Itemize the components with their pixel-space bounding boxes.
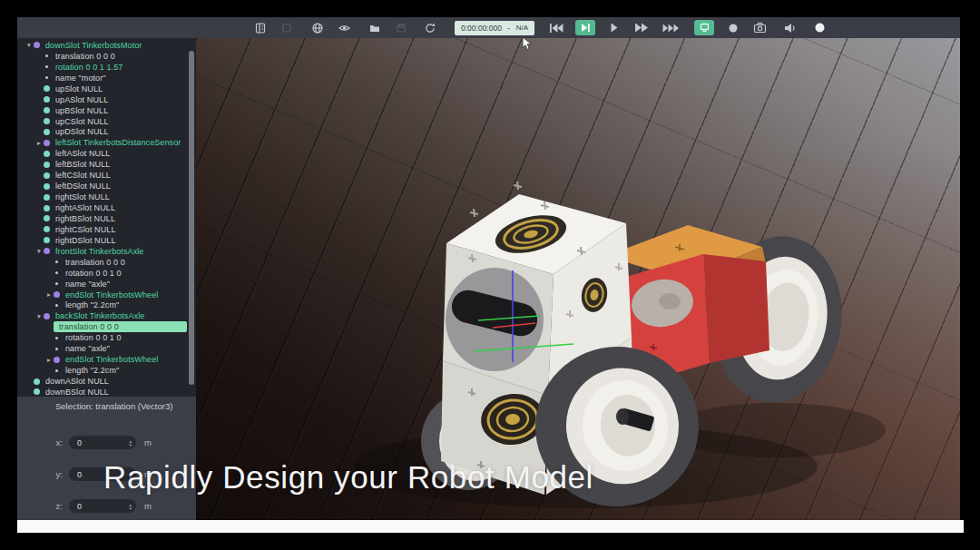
tree-scrollbar[interactable]	[189, 51, 194, 385]
tree-item-label: rightBSlot NULL	[55, 214, 115, 223]
panel-toggle-icon[interactable]	[253, 21, 268, 35]
rendering-toggle-button[interactable]	[694, 20, 714, 35]
tree-item[interactable]: rightDSlot NULL	[17, 235, 196, 246]
tree-item[interactable]: downASlot NULL	[17, 376, 196, 387]
node-teal-dot-icon	[44, 151, 55, 157]
node-teal-dot-icon	[44, 194, 55, 201]
reload-icon[interactable]	[423, 21, 437, 35]
coordinate-label: y:	[17, 469, 63, 479]
tree-item-label: length "2.2cm"	[65, 366, 119, 375]
tree-item[interactable]: rightASlot NULL	[17, 202, 196, 213]
tree-item[interactable]: name "motor"	[17, 73, 196, 83]
tree-item[interactable]: translation 0 0 0	[17, 257, 196, 268]
video-caption: Rapidly Design your Robot Model	[103, 459, 593, 496]
chevron-down-icon[interactable]: ▾	[34, 312, 44, 320]
node-disabled-icon[interactable]	[279, 21, 294, 35]
tree-item-label: translation 0 0 0	[54, 321, 187, 332]
node-teal-dot-icon	[44, 226, 55, 232]
node-purple-dot-icon	[44, 140, 55, 146]
3d-viewport[interactable]	[196, 38, 960, 520]
robot-model	[196, 38, 960, 520]
tree-item[interactable]: leftDSlot NULL	[17, 181, 196, 192]
node-bullet-dot-icon	[54, 260, 65, 263]
status-dot-icon	[812, 21, 827, 35]
run-icon[interactable]	[633, 21, 650, 35]
node-bullet-dot-icon	[54, 369, 65, 372]
tree-item[interactable]: leftBSlot NULL	[17, 159, 196, 170]
tree-item[interactable]: ▾frontSlot TinkerbotsAxle	[17, 246, 196, 257]
node-purple-dot-icon	[54, 357, 65, 363]
tree-item[interactable]: upDSlot NULL	[17, 127, 196, 138]
coordinate-input[interactable]: 0▴▾	[69, 499, 136, 513]
coordinate-value: 0	[77, 438, 129, 447]
tree-item[interactable]: rightSlot NULL	[17, 192, 196, 202]
step-button[interactable]	[575, 20, 595, 35]
chevron-down-icon[interactable]: ▾	[34, 247, 44, 255]
node-bullet-dot-icon	[54, 282, 65, 285]
camera-icon[interactable]	[752, 21, 767, 35]
tree-item-label: rightDSlot NULL	[55, 236, 116, 245]
tree-item[interactable]: ▾downSlot TinkerbotsMotor	[17, 40, 196, 51]
spinner-arrows-icon[interactable]: ▴▾	[129, 503, 132, 510]
tree-item[interactable]: leftASlot NULL	[17, 148, 196, 159]
tree-item[interactable]: rightBSlot NULL	[17, 213, 196, 224]
tree-item-label: rightASlot NULL	[55, 203, 115, 212]
tree-item[interactable]: name "axle"	[17, 279, 196, 290]
tree-item-label: name "axle"	[65, 344, 110, 353]
tree-item-label: leftCSlot NULL	[55, 171, 111, 180]
node-teal-dot-icon	[44, 107, 55, 113]
folder-icon[interactable]	[368, 21, 382, 35]
tree-item[interactable]: translation 0 0 0	[17, 51, 196, 62]
node-purple-dot-icon	[54, 291, 65, 298]
video-frame: 0:00:00:000 - N/A	[0, 0, 980, 550]
tree-item[interactable]: length "2.2cm"	[17, 300, 196, 311]
chevron-right-icon[interactable]: ▸	[34, 139, 44, 147]
tree-item[interactable]: downBSlot NULL	[17, 387, 196, 397]
play-icon[interactable]	[607, 21, 622, 35]
tree-item[interactable]: upASlot NULL	[17, 94, 196, 105]
speed-value: N/A	[516, 24, 528, 32]
tree-item[interactable]: rotation 0 0 1 1.57	[17, 62, 196, 73]
tree-item[interactable]: translation 0 0 0	[17, 321, 196, 332]
eye-icon[interactable]	[337, 21, 351, 35]
tree-item[interactable]: upBSlot NULL	[17, 105, 196, 116]
tree-item[interactable]: rightCSlot NULL	[17, 224, 196, 235]
chevron-right-icon[interactable]: ▸	[44, 356, 54, 364]
chevron-right-icon[interactable]: ▸	[44, 290, 54, 299]
tree-item-label: upASlot NULL	[55, 95, 108, 104]
tree-item[interactable]: length "2.2cm"	[17, 365, 196, 376]
tree-item-label: downASlot NULL	[45, 377, 109, 386]
tree-item[interactable]: rotation 0 0 1 0	[17, 332, 196, 343]
tree-item[interactable]: name "axle"	[17, 343, 196, 354]
coordinate-label: x:	[17, 437, 63, 447]
selection-header: Selection: translation (Vector3)	[55, 401, 172, 411]
unit-label: m	[144, 437, 152, 447]
record-icon[interactable]	[726, 21, 740, 35]
rewind-icon[interactable]	[549, 21, 564, 35]
tree-item[interactable]: rotation 0 0 1 0	[17, 268, 196, 279]
tree-item-label: backSlot TinkerbotsAxle	[55, 311, 144, 320]
node-bullet-dot-icon	[44, 76, 55, 79]
coordinate-input[interactable]: 0▴▾	[69, 436, 136, 449]
bottom-strip	[17, 520, 964, 533]
node-teal-dot-icon	[44, 118, 55, 124]
tree-item[interactable]: leftCSlot NULL	[17, 170, 196, 181]
tree-item[interactable]: ▾backSlot TinkerbotsAxle	[17, 310, 196, 321]
tree-item-label: leftSlot TinkerbotsDistanceSensor	[55, 138, 181, 147]
speaker-icon[interactable]	[783, 21, 798, 35]
tree-item[interactable]: upSlot NULL	[17, 83, 196, 94]
save-disabled-icon[interactable]	[394, 21, 408, 35]
tree-item[interactable]: upCSlot NULL	[17, 116, 196, 127]
node-purple-dot-icon	[44, 313, 55, 319]
unit-label: m	[144, 501, 152, 511]
main-toolbar: 0:00:00:000 - N/A	[17, 17, 960, 38]
fast-run-icon[interactable]	[662, 21, 680, 35]
time-value: 0:00:00:000	[461, 24, 502, 33]
tree-item[interactable]: ▸leftSlot TinkerbotsDistanceSensor	[17, 137, 196, 148]
tree-item[interactable]: ▸endSlot TinkerbotsWheel	[17, 290, 196, 300]
world-icon[interactable]	[310, 21, 325, 35]
chevron-down-icon[interactable]: ▾	[24, 41, 34, 49]
spinner-arrows-icon[interactable]: ▴▾	[129, 439, 132, 447]
node-bullet-dot-icon	[44, 65, 55, 68]
tree-item[interactable]: ▸endSlot TinkerbotsWheel	[17, 354, 196, 365]
